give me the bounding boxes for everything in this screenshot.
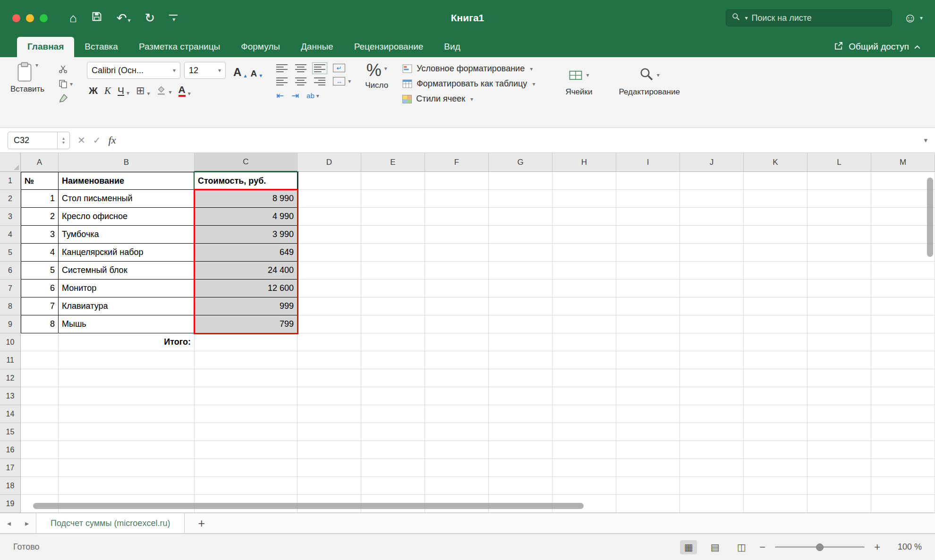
row-header-18[interactable]: 18 bbox=[0, 477, 21, 495]
cell-A12[interactable] bbox=[21, 369, 59, 387]
customize-toolbar-icon[interactable]: ▾ bbox=[169, 15, 178, 21]
row-header-4[interactable]: 4 bbox=[0, 226, 21, 244]
editing-button[interactable]: ▾ bbox=[639, 65, 660, 85]
cell-M18[interactable] bbox=[871, 477, 935, 495]
cell-J11[interactable] bbox=[680, 351, 744, 369]
cell-B14[interactable] bbox=[59, 405, 195, 423]
cell-D18[interactable] bbox=[298, 477, 361, 495]
cell-C5[interactable]: 649 bbox=[195, 244, 298, 262]
cell-J15[interactable] bbox=[680, 423, 744, 441]
cell-M13[interactable] bbox=[871, 387, 935, 405]
decrease-indent-button[interactable]: ⇤ bbox=[276, 90, 284, 101]
tab-page-layout[interactable]: Разметка страницы bbox=[128, 37, 230, 57]
cell-H16[interactable] bbox=[552, 441, 616, 459]
cell-I19[interactable] bbox=[616, 495, 680, 513]
cell-B16[interactable] bbox=[59, 441, 195, 459]
cell-E8[interactable] bbox=[361, 297, 425, 315]
cell-A8[interactable]: 7 bbox=[21, 297, 59, 315]
next-sheet-icon[interactable]: ▸ bbox=[18, 513, 36, 533]
normal-view-button[interactable]: ▦ bbox=[680, 540, 697, 554]
cell-A4[interactable]: 3 bbox=[21, 226, 59, 244]
cell-H7[interactable] bbox=[552, 280, 616, 297]
cell-B15[interactable] bbox=[59, 423, 195, 441]
cell-I2[interactable] bbox=[616, 190, 680, 208]
cells-dropdown-icon[interactable]: ▾ bbox=[586, 72, 589, 78]
cell-B9[interactable]: Мышь bbox=[59, 315, 195, 333]
cell-K6[interactable] bbox=[744, 262, 808, 280]
cell-J12[interactable] bbox=[680, 369, 744, 387]
cell-B10[interactable]: Итого: bbox=[59, 333, 195, 351]
italic-button[interactable]: К bbox=[104, 85, 111, 97]
cell-F14[interactable] bbox=[425, 405, 489, 423]
cell-F3[interactable] bbox=[425, 208, 489, 226]
cell-C7[interactable]: 12 600 bbox=[195, 280, 298, 297]
cell-C4[interactable]: 3 990 bbox=[195, 226, 298, 244]
close-window-button[interactable] bbox=[12, 14, 20, 22]
cell-H1[interactable] bbox=[552, 172, 616, 190]
col-header-M[interactable]: M bbox=[871, 153, 935, 172]
cell-K17[interactable] bbox=[744, 459, 808, 477]
row-header-5[interactable]: 5 bbox=[0, 244, 21, 262]
cell-K7[interactable] bbox=[744, 280, 808, 297]
row-header-13[interactable]: 13 bbox=[0, 387, 21, 405]
cell-I17[interactable] bbox=[616, 459, 680, 477]
col-header-D[interactable]: D bbox=[298, 153, 361, 172]
row-header-1[interactable]: 1 bbox=[0, 172, 21, 190]
wrap-text-button[interactable]: ↵ bbox=[333, 64, 345, 72]
grow-font-button[interactable]: A▴ bbox=[233, 62, 246, 79]
cell-B7[interactable]: Монитор bbox=[59, 280, 195, 297]
cell-D6[interactable] bbox=[298, 262, 361, 280]
zoom-window-button[interactable] bbox=[40, 14, 48, 22]
cell-A3[interactable]: 2 bbox=[21, 208, 59, 226]
cell-E12[interactable] bbox=[361, 369, 425, 387]
redo-button[interactable]: ↻ bbox=[145, 12, 155, 24]
cell-C1[interactable]: Стоимость, руб. bbox=[195, 172, 298, 190]
cell-F12[interactable] bbox=[425, 369, 489, 387]
page-layout-view-button[interactable]: ▤ bbox=[706, 540, 723, 554]
row-header-9[interactable]: 9 bbox=[0, 315, 21, 333]
row-header-19[interactable]: 19 bbox=[0, 495, 21, 513]
cell-A10[interactable] bbox=[21, 333, 59, 351]
cell-C17[interactable] bbox=[195, 459, 298, 477]
minimize-window-button[interactable] bbox=[26, 14, 34, 22]
cell-K11[interactable] bbox=[744, 351, 808, 369]
cell-D8[interactable] bbox=[298, 297, 361, 315]
paste-button[interactable]: ▾ bbox=[17, 62, 38, 83]
cell-M17[interactable] bbox=[871, 459, 935, 477]
cell-I10[interactable] bbox=[616, 333, 680, 351]
cell-I16[interactable] bbox=[616, 441, 680, 459]
row-header-8[interactable]: 8 bbox=[0, 297, 21, 315]
tab-formulas[interactable]: Формулы bbox=[230, 37, 290, 57]
cell-D5[interactable] bbox=[298, 244, 361, 262]
cell-M14[interactable] bbox=[871, 405, 935, 423]
cell-A17[interactable] bbox=[21, 459, 59, 477]
cell-A9[interactable]: 8 bbox=[21, 315, 59, 333]
cell-B11[interactable] bbox=[59, 351, 195, 369]
cell-J17[interactable] bbox=[680, 459, 744, 477]
zoom-slider-thumb[interactable] bbox=[816, 543, 824, 551]
cell-J7[interactable] bbox=[680, 280, 744, 297]
cell-E18[interactable] bbox=[361, 477, 425, 495]
cell-H9[interactable] bbox=[552, 315, 616, 333]
align-right-button[interactable] bbox=[314, 77, 325, 85]
cell-G13[interactable] bbox=[489, 387, 552, 405]
cell-G10[interactable] bbox=[489, 333, 552, 351]
cell-D14[interactable] bbox=[298, 405, 361, 423]
cell-F18[interactable] bbox=[425, 477, 489, 495]
row-header-2[interactable]: 2 bbox=[0, 190, 21, 208]
save-icon[interactable] bbox=[91, 11, 102, 25]
feedback-smiley-icon[interactable]: ☺▾ bbox=[903, 11, 923, 25]
cell-E7[interactable] bbox=[361, 280, 425, 297]
formula-bar-expand-icon[interactable]: ▾ bbox=[924, 136, 927, 144]
cell-K15[interactable] bbox=[744, 423, 808, 441]
cell-H17[interactable] bbox=[552, 459, 616, 477]
cell-F4[interactable] bbox=[425, 226, 489, 244]
align-middle-button[interactable] bbox=[295, 64, 306, 72]
tab-data[interactable]: Данные bbox=[290, 37, 344, 57]
cell-L17[interactable] bbox=[808, 459, 871, 477]
format-as-table-button[interactable]: Форматировать как таблицу ▾ bbox=[402, 79, 535, 89]
cell-C2[interactable]: 8 990 bbox=[195, 190, 298, 208]
font-name-select[interactable]: Calibri (Осн... ▾ bbox=[87, 62, 180, 79]
cell-H18[interactable] bbox=[552, 477, 616, 495]
col-header-K[interactable]: K bbox=[744, 153, 808, 172]
